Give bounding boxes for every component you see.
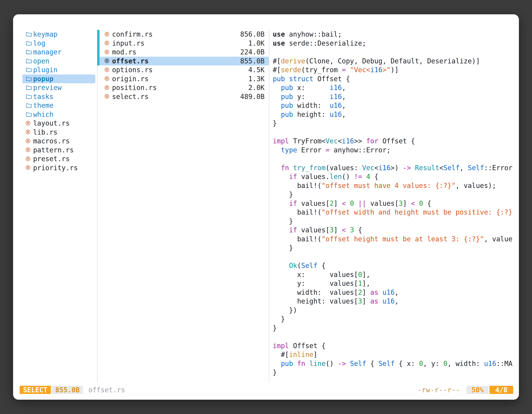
- code-line: [273, 48, 517, 57]
- code-token: ]: [334, 199, 342, 207]
- code-token: 3: [330, 226, 334, 234]
- code-token: len: [330, 173, 342, 181]
- code-token: bail!(: [273, 208, 321, 216]
- status-bar: SELECT 855.0B offset.rs -rw-r--r-- 50% 4…: [20, 386, 513, 394]
- sidebar-item-label: preset.rs: [33, 155, 70, 163]
- file-row-origin-rs[interactable]: ®origin.rs1.3K: [97, 75, 269, 83]
- rust-file-icon: ®: [26, 164, 33, 171]
- sidebar-item-lib-rs[interactable]: ®lib.rs: [22, 128, 95, 137]
- sidebar-item-open[interactable]: open: [22, 57, 95, 66]
- file-row-position-rs[interactable]: ®position.rs2.0K: [97, 83, 269, 92]
- sidebar-item-priority-rs[interactable]: ®priority.rs: [22, 164, 95, 173]
- code-token: i16: [379, 164, 391, 172]
- code-token: <: [338, 137, 342, 145]
- code-token: u16: [382, 297, 395, 305]
- selection-marker: [97, 75, 100, 83]
- code-token: "Vec<: [350, 66, 370, 74]
- code-line: [273, 252, 517, 261]
- code-token: [273, 110, 281, 118]
- code-line: fn try_from(values: Vec<i16>) -> Result<…: [273, 164, 517, 173]
- folder-icon: [26, 103, 33, 108]
- code-token: >>: [354, 137, 366, 145]
- code-token: values[: [366, 199, 399, 207]
- code-token: =: [342, 66, 346, 74]
- code-line: impl Offset {: [273, 341, 517, 350]
- file-row-input-rs[interactable]: ®input.rs1.0K: [97, 39, 269, 48]
- file-row-confirm-rs[interactable]: ®confirm.rs856.0B: [97, 30, 269, 39]
- file-row-options-rs[interactable]: ®options.rs4.5K: [97, 66, 269, 75]
- sidebar-item-manager[interactable]: manager: [22, 48, 95, 57]
- code-line: }: [273, 119, 517, 128]
- code-token: [411, 164, 415, 172]
- file-name: select.rs: [112, 93, 149, 101]
- rust-file-icon: ®: [26, 120, 33, 127]
- file-name: origin.rs: [112, 75, 149, 83]
- file-size: 855.0B: [240, 57, 265, 65]
- sidebar-item-theme[interactable]: theme: [22, 101, 95, 110]
- code-token: fn: [297, 360, 305, 367]
- sidebar-item-keymap[interactable]: keymap: [22, 30, 95, 39]
- code-token: , values);: [456, 182, 496, 190]
- code-token: ->: [403, 164, 411, 172]
- file-size: 1.0K: [248, 39, 265, 47]
- file-row-select-rs[interactable]: ®select.rs489.0B: [97, 92, 269, 101]
- rust-file-icon: ®: [105, 84, 112, 91]
- code-token: }: [273, 315, 285, 323]
- code-token: line: [309, 360, 325, 367]
- code-line: if values[2] < 0 || values[3] < 0 {: [273, 199, 517, 208]
- code-token: >": [382, 66, 390, 74]
- folder-icon: [26, 76, 33, 81]
- code-token: i16: [330, 84, 342, 92]
- code-token: TryFrom<: [289, 137, 325, 145]
- code-token: [362, 173, 366, 181]
- code-line: }: [273, 324, 517, 333]
- code-token: 0: [419, 199, 423, 207]
- code-token: <: [439, 164, 444, 172]
- sidebar-item-pattern-rs[interactable]: ®pattern.rs: [22, 146, 95, 155]
- file-row-body: ®origin.rs1.3K: [100, 75, 269, 83]
- sidebar-item-plugin[interactable]: plugin: [22, 66, 95, 75]
- code-token: ]: [362, 289, 370, 296]
- code-token: ->: [338, 360, 346, 367]
- code-token: bail!(: [273, 182, 321, 190]
- sidebar-item-preset-rs[interactable]: ®preset.rs: [22, 154, 95, 164]
- code-token: height: values[: [273, 297, 358, 305]
- code-token: fn: [281, 164, 289, 172]
- code-token: ::Error: [484, 164, 512, 172]
- sidebar-item-preview[interactable]: preview: [22, 83, 95, 92]
- file-row-mod-rs[interactable]: ®mod.rs224.0B: [97, 48, 269, 57]
- scroll-percent-badge: 50%: [466, 386, 489, 394]
- code-line: use anyhow::bail;: [273, 30, 517, 39]
- code-token: [346, 66, 350, 74]
- code-line: x: values[0],: [273, 270, 517, 279]
- rust-file-icon: ®: [26, 128, 33, 136]
- code-line: }: [273, 190, 517, 199]
- sidebar-item-layout-rs[interactable]: ®layout.rs: [22, 119, 95, 128]
- code-line: bail!("offset must have 4 values: {:?}",…: [273, 181, 517, 190]
- file-size: 1.3K: [248, 75, 265, 83]
- code-token: Self: [350, 360, 366, 367]
- sidebar-item-which[interactable]: which: [22, 110, 95, 119]
- file-row-offset-rs[interactable]: ®offset.rs855.0B: [97, 57, 269, 66]
- sidebar-item-label: macros.rs: [33, 137, 70, 145]
- file-row-body: ®confirm.rs856.0B: [100, 30, 269, 39]
- code-token: {: [354, 226, 362, 234]
- code-token: (): [342, 173, 354, 181]
- code-token: ::MA: [496, 360, 512, 367]
- sidebar-item-tasks[interactable]: tasks: [22, 92, 95, 101]
- code-token: height:: [293, 110, 330, 118]
- code-line: pub fn line() -> Self { Self { x: 0, y: …: [273, 359, 517, 368]
- sidebar-item-macros-rs[interactable]: ®macros.rs: [22, 137, 95, 146]
- code-line: pub height: u16,: [273, 110, 517, 119]
- sidebar-item-popup[interactable]: popup: [22, 75, 95, 83]
- code-token: type: [281, 146, 297, 154]
- code-token: width: values[: [273, 289, 358, 296]
- code-token: , width:: [447, 360, 484, 367]
- file-row-body: ®select.rs489.0B: [100, 92, 269, 101]
- code-token: derive: [281, 57, 305, 65]
- code-token: [346, 360, 350, 367]
- code-token: Offset {: [289, 342, 325, 350]
- status-filename: offset.rs: [88, 386, 125, 394]
- sidebar-item-log[interactable]: log: [22, 39, 95, 48]
- selection-marker: [97, 83, 100, 92]
